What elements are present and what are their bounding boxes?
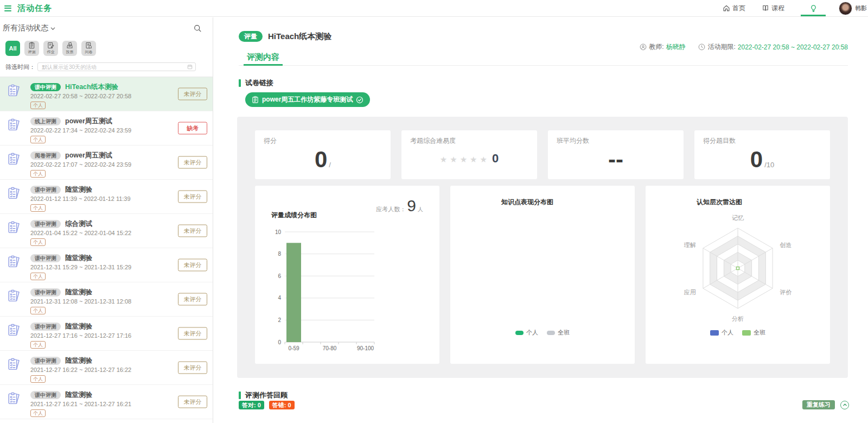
teacher-info: 教师: 杨晓静 xyxy=(640,42,685,52)
stat-suffix: /10 xyxy=(764,161,774,169)
personal-tag: 个人 xyxy=(30,341,46,349)
tab-activity-tasks[interactable] xyxy=(801,0,826,16)
list-item[interactable]: 课中评测综合测试2022-01-04 15:22 ~ 2022-01-04 15… xyxy=(0,214,213,248)
paper-link-button[interactable]: power周五工作坊紫藤专班测试 xyxy=(245,92,370,107)
activity-sidebar: 所有活动状态 All 评测作业投票问卷 筛选时间： 课中评测HiTeach纸本测… xyxy=(0,17,213,423)
svg-text:6: 6 xyxy=(278,273,281,279)
clock-icon xyxy=(698,43,705,50)
activity-status-filter[interactable]: 所有活动状态 xyxy=(3,23,56,33)
filter-assessment-button[interactable]: 评测 xyxy=(24,41,39,56)
activity-type-tag: 阅卷评测 xyxy=(30,151,61,160)
filter-vote-button[interactable]: 投票 xyxy=(62,41,77,56)
svg-text:0: 0 xyxy=(278,339,281,345)
svg-text:2: 2 xyxy=(278,317,281,323)
status-button[interactable]: 未评分 xyxy=(178,362,207,374)
status-button[interactable]: 未评分 xyxy=(178,225,207,237)
activity-type-badge: 评量 xyxy=(239,31,263,42)
user-menu[interactable]: 韩影 xyxy=(839,2,868,15)
legend-item[interactable]: 全班 xyxy=(547,329,570,337)
legend-swatch xyxy=(547,331,555,335)
time-range-field[interactable] xyxy=(37,62,196,71)
assessment-clipboard-icon xyxy=(7,83,23,111)
collapse-section-button[interactable] xyxy=(840,401,849,409)
list-item[interactable]: 课中评测随堂测验2021-12-27 16:22 ~ 2021-12-27 16… xyxy=(0,351,213,385)
filter-survey-button[interactable]: 问卷 xyxy=(81,41,96,56)
personal-tag: 个人 xyxy=(30,273,46,280)
time-range-input[interactable] xyxy=(41,64,187,71)
star-rating: ★★★★★ xyxy=(440,146,490,174)
legend-item[interactable]: 全班 xyxy=(742,329,765,337)
list-item[interactable]: 课中评测HiTeach纸本测验2022-02-27 20:58 ~ 2022-0… xyxy=(0,77,213,111)
status-button[interactable]: 未评分 xyxy=(178,191,207,203)
main-content: 评量 HiTeach纸本测验 教师: 杨晓静 活动期限: 2022-02-27 … xyxy=(214,17,868,423)
chart-legend: 个人全班 xyxy=(450,329,635,337)
assessment-clipboard-icon xyxy=(7,288,23,316)
list-item[interactable]: 课中评测随堂测验2021-12-31 15:29 ~ 2021-12-31 15… xyxy=(0,248,213,282)
review-section-title: 评测作答回顾 xyxy=(245,390,288,400)
homework-icon xyxy=(47,42,54,49)
activity-type-tag: 课中评测 xyxy=(30,186,61,194)
paper-icon xyxy=(252,96,259,103)
activity-title: 随堂测验 xyxy=(65,254,92,263)
personal-tag: 个人 xyxy=(30,102,46,109)
activity-type-tag: 课中评测 xyxy=(30,391,61,399)
cognitive-radar-chart-card: 认知层次雷达图记忆创造评价分析应用理解个人全班 xyxy=(646,186,830,364)
activity-title: 随堂测验 xyxy=(65,356,92,365)
legend-item[interactable]: 个人 xyxy=(515,329,538,337)
filter-all-button[interactable]: All xyxy=(5,41,20,56)
svg-text:70-80: 70-80 xyxy=(323,345,337,351)
status-button[interactable]: 未评分 xyxy=(178,259,207,272)
assessment-clipboard-icon xyxy=(7,254,23,282)
tab-assessment-content[interactable]: 评测内容 xyxy=(244,52,283,66)
survey-icon xyxy=(85,42,92,49)
assessment-icon xyxy=(28,42,35,49)
stat-value: 0 xyxy=(315,146,327,174)
svg-text:8: 8 xyxy=(278,251,281,257)
menu-icon[interactable] xyxy=(4,5,11,11)
stat-label: 得分题目数 xyxy=(703,136,821,146)
correct-count-badge: 答对: 0 xyxy=(239,401,264,409)
search-icon[interactable] xyxy=(193,24,202,33)
list-item[interactable]: 课中评测随堂测验2021-12-27 17:16 ~ 2021-12-27 17… xyxy=(0,317,213,351)
activity-period: 活动期限: 2022-02-27 20:58 ~ 2022-02-27 20:5… xyxy=(698,42,848,52)
repeat-practice-button[interactable]: 重复练习 xyxy=(802,400,835,409)
assessment-clipboard-icon xyxy=(7,220,23,248)
svg-text:90-100: 90-100 xyxy=(357,345,374,351)
list-item[interactable]: 线上评测power周五测试2022-02-22 17:34 ~ 2022-02-… xyxy=(0,111,213,146)
list-item[interactable]: 阅卷评测power周五测试2022-02-22 17:07 ~ 2022-02-… xyxy=(0,146,213,180)
stat-label: 考题综合难易度 xyxy=(410,136,528,146)
list-item[interactable]: 课中评测随堂测验2021-12-27 16:21 ~ 2021-12-27 16… xyxy=(0,385,213,419)
filter-label: 作业 xyxy=(47,49,55,55)
list-item[interactable]: 课中评测随堂测验2021-12-31 12:08 ~ 2021-12-31 12… xyxy=(0,282,213,317)
status-button[interactable]: 未评分 xyxy=(178,396,207,408)
page-title: 活动任务 xyxy=(17,3,52,14)
stat-suffix: / xyxy=(329,161,331,169)
stat-value: -- xyxy=(608,146,623,174)
status-button[interactable]: 未评分 xyxy=(178,293,207,306)
list-item[interactable]: 课中评测随堂测验2022-01-12 11:39 ~ 2022-01-12 11… xyxy=(0,180,213,214)
time-filter-label: 筛选时间： xyxy=(5,63,35,71)
activity-title: 随堂测验 xyxy=(65,185,92,194)
stat-card: 得分0/ xyxy=(255,130,391,179)
active-tab-underline xyxy=(801,15,826,16)
assessment-clipboard-icon xyxy=(7,117,23,145)
section-bar xyxy=(239,79,241,87)
status-button[interactable]: 未评分 xyxy=(178,88,207,100)
nav-course-label: 课程 xyxy=(771,4,784,13)
personal-tag: 个人 xyxy=(30,238,46,246)
nav-course[interactable]: 课程 xyxy=(762,4,784,13)
vote-icon xyxy=(66,42,73,49)
chevron-down-icon xyxy=(50,26,56,31)
status-button[interactable]: 未评分 xyxy=(178,327,207,340)
legend-label: 个人 xyxy=(526,329,538,337)
status-button[interactable]: 未评分 xyxy=(178,156,207,169)
legend-item[interactable]: 个人 xyxy=(710,329,733,337)
status-button[interactable]: 缺考 xyxy=(178,122,207,135)
type-filter-group: All 评测作业投票问卷 xyxy=(5,41,202,56)
legend-swatch xyxy=(710,330,719,336)
nav-home[interactable]: 首页 xyxy=(723,4,745,13)
filter-homework-button[interactable]: 作业 xyxy=(43,41,58,56)
svg-text:理解: 理解 xyxy=(684,242,696,248)
activity-type-tag: 课中评测 xyxy=(30,323,61,331)
paper-link-section-title: 试卷链接 xyxy=(245,78,273,88)
